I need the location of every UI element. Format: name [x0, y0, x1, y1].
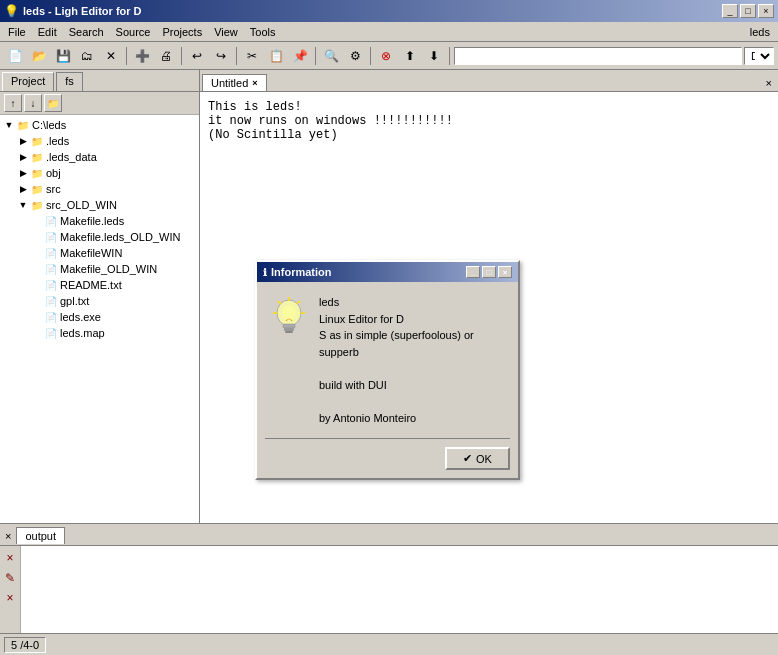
menu-tools[interactable]: Tools [244, 24, 282, 40]
editor-tab-untitled[interactable]: Untitled × [202, 74, 267, 91]
tab-fs[interactable]: fs [56, 72, 83, 91]
menu-search[interactable]: Search [63, 24, 110, 40]
editor-close-right-button[interactable]: × [762, 75, 776, 91]
toolbar-sep-5 [370, 47, 371, 65]
bottom-close-button[interactable]: × [2, 529, 14, 543]
new-button[interactable]: 📄 [4, 45, 26, 67]
menu-bar: File Edit Search Source Projects View To… [0, 22, 778, 42]
cut-button[interactable]: ✂ [241, 45, 263, 67]
dialog-title-bar: ℹ Information _ □ × [257, 262, 518, 282]
list-item[interactable]: ▶ 📁 .leds_data [16, 149, 197, 165]
close-button[interactable]: × [758, 4, 774, 18]
dialog-line-7: by Antonio Monteiro [319, 410, 506, 427]
tree-up-button[interactable]: ↑ [4, 94, 22, 112]
file-icon: 📄 [44, 214, 58, 228]
bottom-icon-delete[interactable]: × [2, 590, 18, 606]
down-button[interactable]: ⬇ [423, 45, 445, 67]
list-item[interactable]: ▶ 📁 obj [16, 165, 197, 181]
file-icon: 📄 [44, 326, 58, 340]
tree-toggle: ▶ [16, 150, 30, 164]
tree-toggle: ▶ [16, 182, 30, 196]
up-button[interactable]: ⬆ [399, 45, 421, 67]
toolbar-search-input[interactable] [454, 47, 742, 65]
tree-item-label: leds.exe [60, 311, 101, 323]
dialog-minimize-button[interactable]: _ [466, 266, 480, 278]
menu-edit[interactable]: Edit [32, 24, 63, 40]
save-button[interactable]: 💾 [52, 45, 74, 67]
stop-button[interactable]: ⊗ [375, 45, 397, 67]
undo-button[interactable]: ↩ [186, 45, 208, 67]
panel-toolbar: ↑ ↓ 📁 [0, 92, 199, 115]
list-item[interactable]: 📄 gpl.txt [30, 293, 197, 309]
app-label: leds [744, 24, 776, 40]
toolbar-sep-1 [126, 47, 127, 65]
tree-root[interactable]: ▼ 📁 C:\leds [2, 117, 197, 133]
file-icon: 📄 [44, 262, 58, 276]
redo-button[interactable]: ↪ [210, 45, 232, 67]
bottom-icon-close[interactable]: × [2, 550, 18, 566]
dialog-body: leds Linux Editor for D S as in simple (… [257, 282, 518, 438]
open-button[interactable]: 📂 [28, 45, 50, 67]
left-panel: Project fs ↑ ↓ 📁 ▼ 📁 C:\leds ▶ 📁 .leds ▶ [0, 70, 200, 523]
list-item[interactable]: 📄 leds.map [30, 325, 197, 341]
folder-icon: 📁 [30, 198, 44, 212]
tree-toggle: ▶ [16, 166, 30, 180]
minimize-button[interactable]: _ [722, 4, 738, 18]
file-icon: 📄 [44, 230, 58, 244]
list-item[interactable]: 📄 MakefileWIN [30, 245, 197, 261]
list-item[interactable]: ▼ 📁 src_OLD_WIN [16, 197, 197, 213]
list-item[interactable]: ▶ 📁 .leds [16, 133, 197, 149]
tree-item-label: leds.map [60, 327, 105, 339]
tree-folder-button[interactable]: 📁 [44, 94, 62, 112]
menu-view[interactable]: View [208, 24, 244, 40]
tree-item-label: obj [46, 167, 61, 179]
tab-project[interactable]: Project [2, 72, 54, 91]
menu-source[interactable]: Source [110, 24, 157, 40]
maximize-button[interactable]: □ [740, 4, 756, 18]
folder-icon: 📁 [16, 118, 30, 132]
tree-spacer [30, 230, 44, 244]
bottom-icon-edit[interactable]: ✎ [2, 570, 18, 586]
replace-button[interactable]: ⚙ [344, 45, 366, 67]
add-button[interactable]: ➕ [131, 45, 153, 67]
bottom-output-area[interactable] [21, 546, 778, 633]
file-icon: 📄 [44, 310, 58, 324]
list-item[interactable]: 📄 leds.exe [30, 309, 197, 325]
list-item[interactable]: 📄 Makefile.leds_OLD_WIN [30, 229, 197, 245]
list-item[interactable]: ▶ 📁 src [16, 181, 197, 197]
ok-checkmark-icon: ✔ [463, 452, 472, 465]
list-item[interactable]: 📄 Makefile_OLD_WIN [30, 261, 197, 277]
list-item[interactable]: 📄 README.txt [30, 277, 197, 293]
bottom-panel: × output × ✎ × [0, 523, 778, 633]
dialog-title-label: Information [271, 266, 332, 278]
tree-item-label: gpl.txt [60, 295, 89, 307]
tree-down-button[interactable]: ↓ [24, 94, 42, 112]
dialog-line-6 [319, 393, 506, 410]
dialog-maximize-button[interactable]: □ [482, 266, 496, 278]
svg-rect-6 [283, 324, 295, 328]
language-combo[interactable]: D [744, 47, 774, 65]
paste-button[interactable]: 📌 [289, 45, 311, 67]
information-dialog[interactable]: ℹ Information _ □ × [255, 260, 520, 480]
find-button[interactable]: 🔍 [320, 45, 342, 67]
tree-root-label: C:\leds [32, 119, 66, 131]
copy-button[interactable]: 📋 [265, 45, 287, 67]
toolbar-sep-4 [315, 47, 316, 65]
dialog-line-2: Linux Editor for D [319, 311, 506, 328]
editor-tab-close-button[interactable]: × [252, 78, 257, 88]
list-item[interactable]: 📄 Makefile.leds [30, 213, 197, 229]
menu-file[interactable]: File [2, 24, 32, 40]
save-all-button[interactable]: 🗂 [76, 45, 98, 67]
dialog-ok-button[interactable]: ✔ OK [445, 447, 510, 470]
dialog-close-button[interactable]: × [498, 266, 512, 278]
tab-output[interactable]: output [16, 527, 65, 544]
tree-spacer [30, 326, 44, 340]
print-button[interactable]: 🖨 [155, 45, 177, 67]
tree-item-label: .leds_data [46, 151, 97, 163]
panel-tabs: Project fs [0, 70, 199, 92]
close-doc-button[interactable]: ✕ [100, 45, 122, 67]
editor-line-3: (No Scintilla yet) [208, 128, 770, 142]
menu-projects[interactable]: Projects [156, 24, 208, 40]
bottom-icons: × ✎ × [0, 546, 21, 633]
dialog-line-1: leds [319, 294, 506, 311]
